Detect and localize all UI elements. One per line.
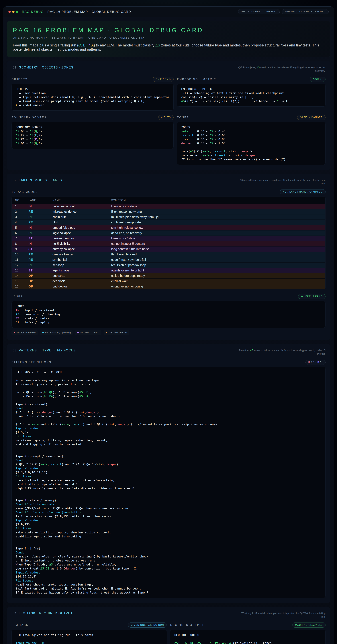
table-row: 9STentropy collapselong context turns in… <box>12 246 326 252</box>
section-01-note: Q/E/P/A objects, ΔS metric and four boun… <box>238 66 326 73</box>
cell-name: hallucination/drift <box>52 204 111 208</box>
window-controls <box>8 11 18 13</box>
code-line: readiness checks, smoke tests, version t… <box>16 582 322 586</box>
cell-lane-cell: RE <box>28 215 52 219</box>
cell-no: 11 <box>15 258 28 262</box>
badge-image-as-debug-prompt: IMAGE-AS-DEBUG PROMPT <box>238 9 280 14</box>
zones-pill: SAFE → DANGER <box>297 115 326 120</box>
lanes-label: LANES <box>12 295 23 298</box>
cell-name: symbol fail <box>52 258 111 262</box>
section-04-note: What any LLM must do when you feed this … <box>238 612 326 618</box>
cell-lane-cell: OP <box>28 274 52 278</box>
cell-lane-cell: IN <box>28 242 52 246</box>
code-line: P = final user-side prompt string sent t… <box>16 99 170 103</box>
cell-symptom: sim high, relevance low <box>111 226 322 230</box>
section-03-title: [03] PATTERNS → TYPE → FIX FOCUS <box>12 349 76 352</box>
section-failure-modes: [02] FAILURE MODES · LANES 16 named fail… <box>7 174 330 340</box>
code-line: Z_QE, Z_EP ∈ {safe,transit} and Z_PA, Z_… <box>16 462 322 466</box>
cell-lane-cell: RE <box>28 263 52 267</box>
code-line <box>174 637 322 641</box>
table-row: 15OPdeadlockcircular wait <box>12 278 326 284</box>
code-line: failure matches modes {7,9,13} better th… <box>16 514 322 518</box>
code-line: danger: 0.85 ≤ ΔS ≤ 1.00 <box>181 142 322 146</box>
page-title: RAG 16 PROBLEM MAP · GLOBAL DEBUG CARD <box>13 27 324 34</box>
code-line: cos_sim(u,v) = cosine similarity in [0,1… <box>181 95 322 99</box>
modes-table-body: 1INhallucination/driftE wrong or off-top… <box>12 204 326 289</box>
cell-no: 12 <box>15 263 28 267</box>
cell-name: bootstrap <box>52 274 111 278</box>
cell-no: 15 <box>15 279 28 283</box>
cell-name: bad deploy <box>52 285 111 288</box>
table-row: 16OPbad deploywrong version or config <box>12 284 326 289</box>
code-line <box>16 637 163 641</box>
cell-name: self-loop <box>52 263 111 267</box>
section-04-title: [04] LLM TASK · REQUIRED OUTPUT <box>12 612 73 615</box>
pattern-definitions-code: PATTERNS → TYPE → FIX FOCUS Note: one mo… <box>12 367 326 598</box>
code-line: Fix focus: <box>16 434 322 438</box>
code-line: and Z_EP, Z_PA are not worse than Z_QE u… <box>16 414 322 418</box>
code-line: you may treat ΔS_QE as 1.0 (danger) by c… <box>16 566 322 570</box>
table-row: 5INembed false possim high, relevance lo… <box>12 225 326 230</box>
code-line: LLM TASK (given one failing run + this c… <box>16 633 163 637</box>
code-line: Cond: <box>16 458 322 462</box>
llm-task-pill: GIVEN ONE FAILING RUN <box>128 622 167 628</box>
objects-label: OBJECTS <box>12 78 28 81</box>
code-line: {7,9,13} <box>16 522 322 526</box>
cell-lane-cell: RE <box>28 258 52 262</box>
titlebar-badges: IMAGE-AS-DEBUG PROMPT SEMANTIC FIREWALL … <box>238 9 328 14</box>
code-line: ΔS_QE = ΔS(Q,E) <box>16 130 170 134</box>
cell-lane-cell: OP <box>28 285 52 288</box>
code-line <box>16 490 322 494</box>
window-title: RAG-DEBUG · RAG 16 PROBLEM MAP · GLOBAL … <box>22 10 131 14</box>
code-line: ST = state / context <box>16 316 322 320</box>
zones-panel: ZONES SAFE → DANGER ZONESsafe: 0.00 ≤ ΔS… <box>177 115 326 165</box>
code-line <box>181 146 322 150</box>
cell-name: agent chaos <box>52 269 111 272</box>
table-row: 8INno E visibilitycannot inspect E conte… <box>12 241 326 246</box>
code-line <box>16 386 322 390</box>
code-line: I(X) = embedding of text X from one fixe… <box>181 91 322 95</box>
table-row: 3REchain driftmulti-step plan drifts awa… <box>12 214 326 220</box>
lane-legend-label: OP · infra / deploy <box>109 331 127 334</box>
code-line: and add logging so E can be inspected. <box>16 442 322 446</box>
objects-pill: Q / E / P / A <box>153 77 174 82</box>
code-line: RE = reasoning / planning <box>16 312 322 316</box>
cell-symptom: long context turns into noise <box>111 247 322 251</box>
code-line <box>16 542 322 546</box>
cell-name: chain drift <box>52 215 111 219</box>
code-line: risk: 0.60 ≤ ΔS < 0.85 <box>181 138 322 142</box>
required-output-label: REQUIRED OUTPUT <box>170 624 204 626</box>
code-line: IN = input / retrieval <box>16 308 322 312</box>
maximize-window-icon <box>16 11 18 13</box>
code-line: Cond: <box>16 550 322 554</box>
modes-table-header: NO LANE NAME SYMPTOM <box>12 197 326 204</box>
lane-dot-icon <box>77 332 79 334</box>
cell-symptom: confident, unsupported <box>111 220 322 224</box>
boundary-code: BOUNDARY SCORESΔS_QE = ΔS(Q,E)ΔS_EP = ΔS… <box>12 122 174 149</box>
section-patterns: [03] PATTERNS → TYPE → FIX FOCUS From fo… <box>7 344 330 603</box>
pattern-definitions-label: PATTERN DEFINITIONS <box>12 361 52 364</box>
code-line: or <box>16 418 322 422</box>
minimize-window-icon <box>12 11 14 13</box>
cell-symptom: circular wait <box>111 279 322 283</box>
code-line <box>16 494 322 498</box>
llm-task-code: LLM TASK (given one failing run + this c… <box>12 630 167 644</box>
llm-task-panel: LLM TASK GIVEN ONE FAILING RUN LLM TASK … <box>12 622 167 644</box>
code-line: If E exists but is hidden only by missin… <box>16 590 322 594</box>
modes-table: NO LANE NAME SYMPTOM 1INhallucination/dr… <box>12 196 326 289</box>
cell-lane-cell: ST <box>28 269 52 272</box>
lane-legend-label: ST · state / context <box>80 331 99 334</box>
cell-lane-cell: IN <box>28 204 52 208</box>
cell-symptom: flat, literal, blocked <box>111 253 322 256</box>
code-line: Type I (infra) <box>16 546 322 550</box>
code-line: Typical modes: <box>16 426 322 430</box>
col-lane: LANE <box>28 199 52 202</box>
code-line: “X is not worse than Y” means zone_order… <box>181 158 322 162</box>
page-description: Feed this image plus a single failing ru… <box>13 43 324 52</box>
code-line: Fix focus: <box>16 526 322 530</box>
section-01-title: [01] GEOMETRY · OBJECTS · ZONES <box>12 66 74 69</box>
code-line: ZONES <box>181 126 322 130</box>
cell-lane-cell: RE <box>28 220 52 224</box>
code-line: Fix focus: <box>16 474 322 478</box>
required-output-pill: MACHINE-READABLE <box>292 622 326 628</box>
